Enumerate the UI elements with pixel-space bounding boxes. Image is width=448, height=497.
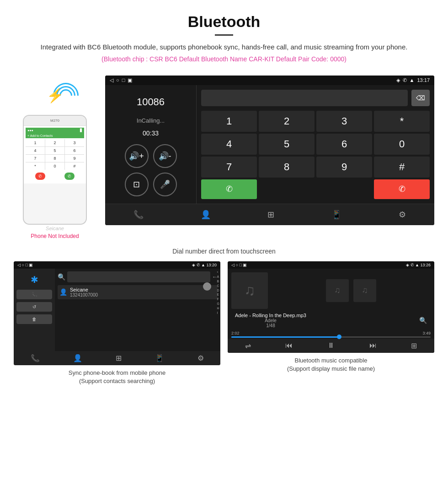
- track-number: 1/48: [235, 323, 306, 328]
- pb-home-icon[interactable]: ○: [22, 263, 24, 267]
- phone-battery: ▊: [80, 129, 82, 132]
- numpad-star[interactable]: *: [374, 111, 430, 132]
- home-icon[interactable]: ○: [116, 77, 119, 83]
- phone-key-star[interactable]: *: [26, 162, 45, 170]
- numpad-1[interactable]: 1: [201, 111, 257, 132]
- dial-input-box[interactable]: [201, 90, 408, 106]
- numpad-6[interactable]: 6: [316, 134, 372, 155]
- bottom-screens: ◁ ○ □ ▣ ◈ ✆ ▲ 13:20 ✱ 📞: [0, 261, 448, 387]
- phone-key-3[interactable]: 3: [65, 139, 84, 146]
- numpad-9[interactable]: 9: [316, 157, 372, 178]
- phone-key-9[interactable]: 9: [65, 155, 84, 162]
- back-icon[interactable]: ◁: [110, 77, 113, 83]
- pb-app-icon[interactable]: ▣: [29, 263, 33, 267]
- seicane-logo: Seicane: [46, 226, 64, 231]
- recent-icon[interactable]: □: [122, 77, 125, 83]
- play-pause-icon[interactable]: ⏸: [327, 341, 335, 350]
- alpha-d[interactable]: D: [217, 288, 219, 293]
- music-info: Adele - Rolling In the Deep.mp3 Adele 1/…: [228, 313, 434, 328]
- backspace-button[interactable]: ⌫: [411, 90, 430, 106]
- music-app-icon[interactable]: ▣: [243, 263, 247, 267]
- settings-tab-icon[interactable]: ⚙: [394, 208, 411, 221]
- next-icon[interactable]: ⏭: [369, 341, 377, 350]
- end-call-button[interactable]: ✆: [374, 179, 430, 199]
- pb-search-input[interactable]: [67, 271, 210, 282]
- phone-key-0[interactable]: 0: [45, 162, 64, 170]
- numpad-7[interactable]: 7: [201, 157, 257, 178]
- mute-button[interactable]: 🎤: [153, 173, 177, 196]
- mic-icon: 🎤: [160, 179, 170, 189]
- pb-sync-button[interactable]: ↺: [16, 302, 52, 312]
- transfer-call-button[interactable]: ⊡: [125, 173, 149, 196]
- shuffle-icon[interactable]: ⇌: [245, 341, 251, 350]
- previous-icon[interactable]: ⏮: [285, 341, 293, 350]
- phone-key-hash[interactable]: #: [65, 162, 84, 170]
- music-search-icon[interactable]: 🔍: [419, 317, 427, 324]
- alpha-i[interactable]: I: [217, 311, 219, 315]
- equalizer-icon[interactable]: ⊞: [411, 341, 417, 350]
- pb-call-icon: ✆: [197, 263, 200, 267]
- caption2-line2: (Support contacts searching): [79, 378, 155, 384]
- alpha-g[interactable]: G: [217, 302, 219, 306]
- pb-transfer-icon[interactable]: 📱: [155, 354, 164, 362]
- numpad-3[interactable]: 3: [316, 111, 372, 132]
- dial-tab-icon[interactable]: 📞: [129, 208, 148, 221]
- alpha-c[interactable]: C: [217, 284, 219, 288]
- music-back-icon[interactable]: ◁: [231, 263, 235, 267]
- phone-key-7[interactable]: 7: [26, 155, 45, 162]
- alpha-star[interactable]: *: [217, 270, 219, 275]
- caption3-line1: Bluetooth music compatible: [295, 357, 368, 364]
- phone-key-1[interactable]: 1: [26, 139, 45, 146]
- app-icon[interactable]: ▣: [128, 77, 132, 83]
- progress-bar[interactable]: [231, 336, 431, 338]
- phone-call-btn[interactable]: ✆: [64, 173, 75, 180]
- alpha-e[interactable]: E: [217, 292, 219, 297]
- call-status: InCalling...: [137, 117, 165, 124]
- phone-key-6[interactable]: 6: [65, 147, 84, 154]
- phone-key-4[interactable]: 4: [26, 147, 45, 154]
- pb-keypad-icon[interactable]: ⊞: [116, 354, 122, 362]
- phone-add-contacts-bar: + Add to Contacts: [26, 133, 84, 138]
- phone-status-bar: ●●● ▊: [26, 128, 84, 133]
- phone-key-5[interactable]: 5: [45, 147, 64, 154]
- pb-dial-icon[interactable]: 📞: [31, 354, 40, 362]
- phonebook-bottom-bar: 📞 👤 ⊞ 📱 ⚙: [14, 351, 220, 365]
- answer-call-button[interactable]: ✆: [201, 179, 257, 199]
- pb-delete-button[interactable]: 🗑: [16, 314, 52, 324]
- pb-recent-icon[interactable]: □: [25, 263, 27, 267]
- numpad-8[interactable]: 8: [259, 157, 315, 178]
- contact-phone: 13241007000: [70, 292, 98, 297]
- music-recent-icon[interactable]: □: [239, 263, 241, 267]
- alpha-f[interactable]: F: [217, 297, 219, 302]
- pb-settings-icon[interactable]: ⚙: [197, 354, 204, 362]
- numpad-4[interactable]: 4: [201, 134, 257, 155]
- music-note-icon-large: ♫: [244, 282, 255, 299]
- dial-bottom-bar: 📞 👤 ⊞ 📱 ⚙: [105, 204, 434, 225]
- numpad-0[interactable]: 0: [374, 134, 430, 155]
- contact-item[interactable]: 👤 Seicane 13241007000: [58, 285, 218, 299]
- alpha-h[interactable]: H: [217, 306, 219, 311]
- phone-key-8[interactable]: 8: [45, 155, 64, 162]
- pb-contacts-icon[interactable]: 👤: [73, 354, 82, 362]
- numpad-2[interactable]: 2: [259, 111, 315, 132]
- volume-up-button[interactable]: 🔊+: [125, 144, 149, 168]
- keypad-tab-icon[interactable]: ⊞: [263, 208, 279, 221]
- progress-fill: [231, 336, 339, 338]
- phone-end-btn[interactable]: ✆: [35, 173, 45, 180]
- music-home-icon[interactable]: ○: [236, 263, 238, 267]
- numpad-5[interactable]: 5: [259, 134, 315, 155]
- alpha-a[interactable]: A: [217, 275, 219, 279]
- alpha-b[interactable]: B: [217, 279, 219, 284]
- phone-key-2[interactable]: 2: [45, 139, 64, 146]
- numpad-hash[interactable]: #: [374, 157, 430, 178]
- transfer-tab-icon[interactable]: 📱: [327, 208, 346, 221]
- phonebook-block: ◁ ○ □ ▣ ◈ ✆ ▲ 13:20 ✱ 📞: [14, 261, 220, 387]
- pb-back-icon[interactable]: ◁: [17, 263, 21, 267]
- progress-thumb[interactable]: [337, 335, 341, 339]
- call-icon: 📞: [32, 292, 37, 297]
- pb-calls-button[interactable]: 📞: [16, 290, 52, 299]
- volume-down-button[interactable]: 🔊-: [153, 144, 177, 168]
- contact-avatar-icon: 👤: [59, 288, 67, 296]
- dial-right-panel: ⌫ 1 2 3 * 4 5 6 0 7 8 9 # ✆: [197, 85, 434, 204]
- contacts-tab-icon[interactable]: 👤: [196, 208, 215, 221]
